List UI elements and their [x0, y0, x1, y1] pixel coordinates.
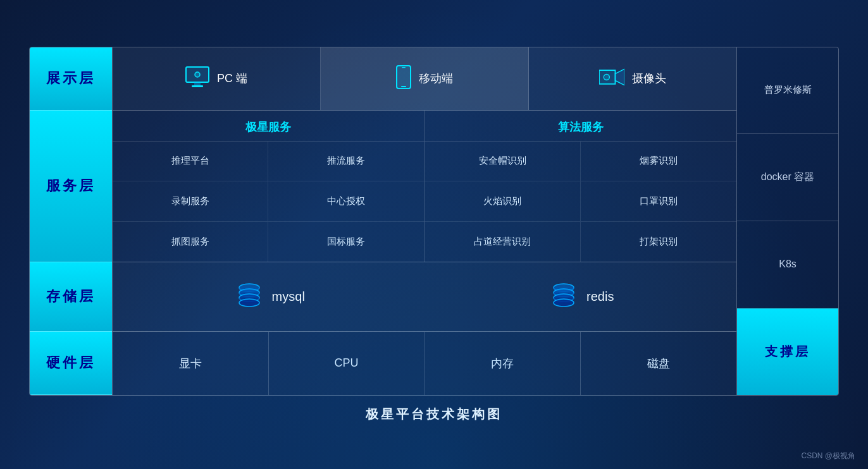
phone-icon [396, 65, 411, 92]
support-cell-k8s: K8s [737, 221, 838, 308]
service-cell-jixing-1: 推流服务 [268, 142, 424, 182]
service-cell-algo-5: 打架识别 [581, 222, 736, 262]
svg-rect-6 [402, 67, 406, 68]
show-item-mobile: 移动端 [321, 47, 529, 110]
service-header-jixing: 极星服务 [113, 111, 425, 142]
svg-rect-4 [397, 66, 411, 88]
support-cell-highlight: 支撑层 [737, 308, 838, 395]
show-item-camera: 摄像头 [529, 47, 736, 110]
page-title: 极星平台技术架构图 [366, 406, 502, 423]
show-label-pc: PC 端 [217, 71, 247, 86]
service-header-algo: 算法服务 [425, 111, 737, 142]
database-icon-mysql [235, 281, 263, 312]
show-row: PC 端 移动端 [113, 47, 736, 111]
svg-point-23 [554, 299, 574, 307]
col-content: PC 端 移动端 [112, 47, 737, 395]
support-cell-docker: docker 容器 [737, 134, 838, 221]
hardware-item-disk: 磁盘 [581, 332, 736, 395]
service-cell-jixing-4: 抓图服务 [113, 222, 268, 262]
show-item-pc: PC 端 [113, 47, 321, 110]
service-cell-jixing-2: 录制服务 [113, 181, 268, 222]
service-cell-jixing-0: 推理平台 [113, 142, 268, 182]
arch-table: 展示层 服务层 存储层 硬件层 PC 端 [29, 47, 839, 396]
storage-row: mysql redis [113, 262, 736, 332]
layer-hardware: 硬件层 [30, 332, 112, 395]
service-cell-algo-3: 口罩识别 [581, 181, 736, 222]
service-grid-jixing: 推理平台 推流服务 录制服务 中心授权 抓图服务 国标服务 [113, 142, 425, 262]
service-section-jixing: 极星服务 推理平台 推流服务 录制服务 中心授权 抓图服务 国标服务 [113, 111, 425, 262]
storage-item-redis: redis [550, 281, 614, 312]
camera-icon [599, 68, 624, 90]
storage-item-mysql: mysql [235, 281, 305, 312]
support-cell-prometheus: 普罗米修斯 [737, 47, 838, 135]
service-cell-algo-4: 占道经营识别 [425, 222, 581, 262]
col-support: 普罗米修斯 docker 容器 K8s 支撑层 [737, 47, 838, 395]
watermark: CSDN @极视角 [801, 451, 855, 461]
layer-storage: 存储层 [30, 262, 112, 332]
show-label-mobile: 移动端 [419, 71, 453, 86]
service-cell-jixing-3: 中心授权 [268, 181, 424, 222]
storage-label-redis: redis [586, 289, 614, 304]
service-section-algo: 算法服务 安全帽识别 烟雾识别 火焰识别 口罩识别 占道经营识别 打架识别 [425, 111, 737, 262]
show-label-camera: 摄像头 [632, 71, 666, 86]
hardware-row: 显卡 CPU 内存 磁盘 [113, 332, 736, 395]
service-cell-algo-2: 火焰识别 [425, 181, 581, 222]
svg-marker-8 [615, 69, 624, 85]
monitor-icon [185, 66, 209, 91]
col-layers: 展示层 服务层 存储层 硬件层 [30, 47, 112, 395]
svg-point-16 [239, 299, 259, 307]
service-cell-algo-1: 烟雾识别 [581, 142, 736, 182]
layer-service: 服务层 [30, 111, 112, 262]
service-row: 极星服务 推理平台 推流服务 录制服务 中心授权 抓图服务 国标服务 算法服务 … [113, 111, 736, 262]
service-grid-algo: 安全帽识别 烟雾识别 火焰识别 口罩识别 占道经营识别 打架识别 [425, 142, 737, 262]
main-wrapper: 展示层 服务层 存储层 硬件层 PC 端 [29, 47, 839, 423]
svg-rect-1 [194, 82, 201, 85]
svg-rect-5 [401, 86, 406, 87]
service-cell-jixing-5: 国标服务 [268, 222, 424, 262]
hardware-item-cpu: CPU [269, 332, 425, 395]
hardware-item-memory: 内存 [425, 332, 581, 395]
layer-show: 展示层 [30, 47, 112, 111]
database-icon-redis [550, 281, 578, 312]
hardware-item-gpu: 显卡 [113, 332, 269, 395]
svg-point-9 [604, 74, 609, 80]
svg-rect-2 [192, 85, 203, 87]
service-cell-algo-0: 安全帽识别 [425, 142, 581, 182]
storage-label-mysql: mysql [272, 289, 305, 304]
svg-point-3 [195, 72, 200, 77]
